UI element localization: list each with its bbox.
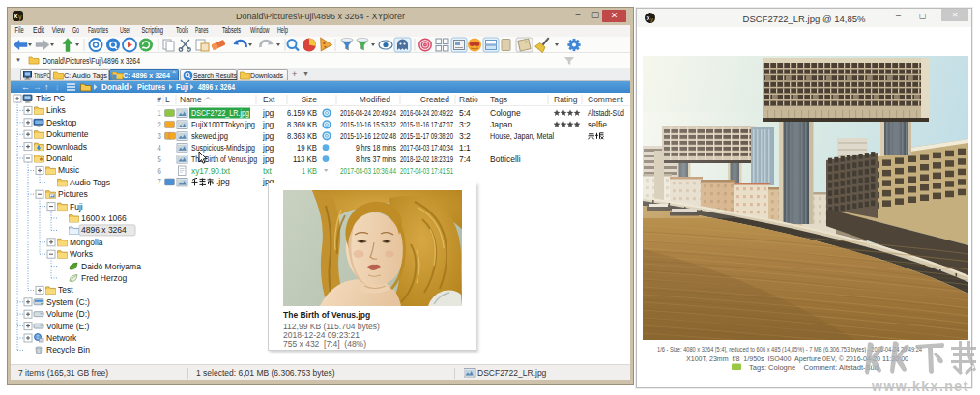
svg-text:Size: Size (301, 95, 317, 104)
svg-text:User: User (120, 25, 130, 35)
svg-text:jpg: jpg (262, 131, 274, 141)
svg-text:Works: Works (70, 249, 93, 259)
svg-text:Comment: Comment (588, 95, 623, 104)
svg-text:Fuji: Fuji (176, 82, 188, 92)
svg-text:6: 6 (157, 166, 161, 176)
svg-text:3: 3 (157, 131, 161, 141)
svg-text:2015-10-16 12:02:48: 2015-10-16 12:02:48 (340, 131, 396, 141)
svg-text:L: L (165, 95, 170, 104)
svg-text:113 KB: 113 KB (293, 155, 317, 164)
svg-text:Japan: Japan (490, 120, 512, 129)
svg-text:Downloads: Downloads (46, 142, 87, 152)
svg-text:www.kkx.net: www.kkx.net (871, 379, 969, 394)
svg-text:Botticelli: Botticelli (490, 155, 521, 164)
svg-text:19 KB: 19 KB (297, 143, 317, 153)
svg-text:→: → (33, 82, 42, 92)
svg-text:.jpg: .jpg (216, 177, 230, 186)
svg-text:Audio Tags: Audio Tags (70, 178, 110, 187)
svg-text:4: 4 (157, 143, 161, 153)
svg-text:Mongolia: Mongolia (70, 238, 103, 247)
svg-text:Donald\Pictures\Fuji\4896 x 32: Donald\Pictures\Fuji\4896 x 3264 (43, 56, 140, 66)
svg-text:2015-10-16 15:53:32: 2015-10-16 15:53:32 (340, 120, 396, 129)
svg-text:Tools: Tools (176, 25, 188, 35)
svg-text:8.363 KB: 8.363 KB (287, 131, 317, 141)
svg-text:Links: Links (46, 105, 66, 115)
svg-text:Rating: Rating (554, 95, 578, 104)
svg-text:xy17.90.txt: xy17.90.txt (191, 166, 231, 176)
svg-text:8 hrs 37 mins: 8 hrs 37 mins (356, 155, 396, 164)
svg-text:1 KB: 1 KB (302, 166, 317, 176)
svg-text:8.369 KB: 8.369 KB (287, 120, 317, 129)
svg-text:Tabsets: Tabsets (222, 25, 241, 35)
svg-text:Network: Network (46, 333, 77, 343)
svg-text:Favorites: Favorites (88, 25, 108, 35)
svg-text:1: 1 (157, 108, 161, 118)
svg-text:FujiX100TTokyo.jpg: FujiX100TTokyo.jpg (191, 120, 255, 129)
svg-text:Scripting: Scripting (142, 25, 164, 35)
svg-text:Test: Test (58, 285, 73, 295)
svg-text:2018-12-02 18:23:19: 2018-12-02 18:23:19 (400, 155, 453, 164)
svg-text:C: 4896 x 3264: C: 4896 x 3264 (123, 71, 170, 80)
svg-text:This PC: This PC (36, 94, 65, 103)
svg-text:4896 x 3264: 4896 x 3264 (198, 82, 235, 92)
svg-text:2016-04-24 20:49:22: 2016-04-24 20:49:22 (400, 108, 453, 118)
svg-text:9 hrs 18 mins: 9 hrs 18 mins (356, 143, 396, 153)
svg-text:Fuji: Fuji (70, 202, 83, 212)
svg-text:txt: txt (263, 166, 273, 176)
svg-text:Donald: Donald (46, 154, 72, 163)
svg-text:1:1: 1:1 (459, 143, 471, 153)
svg-text:House, Japan, Metal: House, Japan, Metal (490, 131, 554, 141)
svg-text:Search Results: Search Results (193, 71, 237, 80)
svg-text:#: # (157, 95, 161, 104)
svg-text:Dokumente: Dokumente (46, 129, 89, 139)
svg-text:2015-11-17 09:38:20: 2015-11-17 09:38:20 (400, 131, 453, 141)
svg-text:Recycle Bin: Recycle Bin (46, 345, 90, 354)
svg-text:Downloads: Downloads (250, 71, 283, 80)
svg-text:Go: Go (72, 25, 79, 35)
svg-text:Ext: Ext (263, 95, 275, 104)
svg-text:C: Audio Tags: C: Audio Tags (64, 71, 107, 80)
svg-text:Music: Music (58, 165, 80, 175)
svg-text:File: File (15, 25, 24, 35)
svg-text:4896 x 3264: 4896 x 3264 (81, 225, 127, 235)
svg-text:5: 5 (157, 155, 161, 164)
svg-text:↓: ↓ (55, 82, 60, 92)
svg-text:skewed.jpg: skewed.jpg (191, 131, 228, 141)
svg-text:jpg: jpg (262, 155, 274, 164)
svg-text:2017-04-03 17:40:34: 2017-04-03 17:40:34 (400, 143, 453, 153)
svg-text:↑: ↑ (44, 82, 49, 92)
svg-text:Pictures: Pictures (58, 189, 88, 199)
svg-text:3:2: 3:2 (459, 131, 471, 141)
svg-text:Cologne: Cologne (490, 108, 521, 118)
svg-text:Pictures: Pictures (137, 82, 165, 92)
svg-text:Fred Herzog: Fred Herzog (81, 273, 128, 283)
svg-text:Volume (E:): Volume (E:) (46, 322, 90, 331)
svg-text:Name: Name (180, 95, 202, 104)
svg-text:Volume (D:): Volume (D:) (46, 309, 90, 319)
svg-text:Created: Created (420, 95, 450, 104)
svg-text:Daidō Moriyama: Daidō Moriyama (81, 262, 141, 271)
svg-text:Altstadt-Süd: Altstadt-Süd (588, 108, 624, 118)
svg-text:View: View (52, 25, 66, 35)
svg-text:7:4: 7:4 (459, 155, 471, 164)
svg-text:Panes: Panes (195, 25, 209, 35)
svg-text:jpg: jpg (262, 120, 274, 129)
svg-text:2017-04-03 10:36:44: 2017-04-03 10:36:44 (340, 166, 396, 176)
svg-text:6.159 KB: 6.159 KB (287, 108, 317, 118)
svg-text:Edit: Edit (33, 25, 45, 35)
svg-text:This PC: This PC (34, 71, 50, 80)
svg-text:DSCF2722_LR.jpg: DSCF2722_LR.jpg (191, 108, 249, 118)
svg-text:Desktop: Desktop (46, 118, 76, 127)
svg-text:Tags: Tags (490, 95, 507, 104)
svg-text:jpg: jpg (262, 108, 274, 118)
svg-text:5:4: 5:4 (459, 108, 471, 118)
svg-text:2015-11-16 17:47:07: 2015-11-16 17:47:07 (400, 120, 453, 129)
svg-text:selfie: selfie (588, 120, 607, 129)
svg-text:Window: Window (250, 25, 270, 35)
svg-text:1600 x 1066: 1600 x 1066 (81, 213, 127, 223)
svg-text:jpg: jpg (262, 143, 274, 153)
svg-text:Suspicious-Minds.jpg: Suspicious-Minds.jpg (191, 143, 255, 153)
svg-text:System (C:): System (C:) (46, 297, 90, 307)
svg-text:2017-04-03 17:41:51: 2017-04-03 17:41:51 (400, 166, 453, 176)
svg-text:2016-04-24 20:49:24: 2016-04-24 20:49:24 (340, 108, 396, 118)
